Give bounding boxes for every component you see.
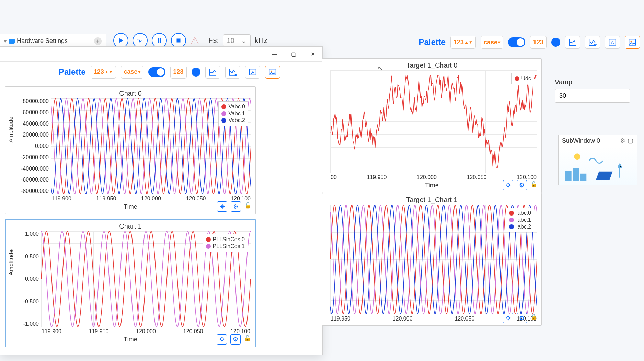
chart-settings-button[interactable]: ⚙ xyxy=(231,201,241,212)
popout-icon[interactable]: ▢ xyxy=(628,137,633,144)
plot-area[interactable]: Vabc.0Vabc.1Vabc.2 xyxy=(51,98,251,194)
x-ticks: 00119.950120.000120.050120.100 xyxy=(330,174,537,180)
svg-rect-1 xyxy=(160,38,161,43)
inspector-field-label: Vampl xyxy=(555,78,637,86)
chart-card-t1c0[interactable]: Target 1_Chart 0 Udc 00119.950120.000120… xyxy=(322,58,542,193)
tree-item-label: Hardware Settings xyxy=(17,37,68,45)
line-chart-icon[interactable] xyxy=(205,66,220,79)
legend-item[interactable]: Iabc.2 xyxy=(509,224,531,230)
window-maximize-button[interactable]: ▢ xyxy=(284,47,303,62)
svg-text:A: A xyxy=(251,70,254,75)
y-ticks xyxy=(326,205,330,314)
image-panel-icon[interactable] xyxy=(625,36,640,49)
number-format-button[interactable]: 123▲▼ xyxy=(91,66,116,79)
numeric-display-button[interactable]: 123 xyxy=(530,36,547,49)
legend-item[interactable]: Udc xyxy=(515,75,531,82)
pan-tool-button[interactable]: ✥ xyxy=(503,313,513,323)
y-ticks: 80000.00060000.00040000.00020000.0000.00… xyxy=(10,98,51,194)
x-axis-label: Time xyxy=(10,203,251,210)
chart-title: Target 1_Chart 1 xyxy=(326,196,537,204)
pan-tool-button[interactable]: ✥ xyxy=(217,334,227,345)
pan-tool-button[interactable]: ✥ xyxy=(503,180,513,190)
legend-item[interactable]: PLLSinCos.1 xyxy=(206,243,245,249)
y-ticks: 1.0000.5000.000-0.500-1.000 xyxy=(10,231,41,327)
fs-value: 10 xyxy=(227,37,234,45)
x-ticks: 119.900119.950120.000120.050120.100 xyxy=(41,328,251,335)
palette-bar-subwindow: Palette 123▲▼ case ▾ 123 x A xyxy=(0,62,322,82)
svg-point-12 xyxy=(271,70,272,72)
palette-toggle[interactable] xyxy=(148,67,165,77)
x-axis-label: Time xyxy=(10,336,251,343)
color-dot-icon[interactable] xyxy=(192,68,200,77)
lock-icon[interactable]: 🔓 xyxy=(530,181,539,190)
gear-icon[interactable]: ⚙ xyxy=(620,137,625,144)
line-chart-icon[interactable] xyxy=(565,36,580,49)
axis-xy-icon[interactable]: x xyxy=(585,36,600,49)
chart-settings-button[interactable]: ⚙ xyxy=(517,180,527,190)
text-annotation-icon[interactable]: A xyxy=(605,36,620,49)
palette-label: Palette xyxy=(59,67,86,77)
legend-item[interactable]: Vabc.2 xyxy=(221,117,245,124)
tree-item-hardware-settings[interactable]: ▾ Hardware Settings + xyxy=(0,34,106,48)
case-dropdown[interactable]: case ▾ xyxy=(481,36,503,49)
chart-settings-button[interactable]: ⚙ xyxy=(230,334,241,345)
plot-area[interactable]: Udc xyxy=(330,70,537,173)
main-area: Target 1_Chart 0 Udc 00119.950120.000120… xyxy=(322,58,641,361)
window-titlebar[interactable]: — ▢ ✕ xyxy=(0,47,322,62)
inspector-panel: Vampl xyxy=(555,78,637,103)
image-panel-icon[interactable] xyxy=(265,66,280,79)
legend-item[interactable]: Iabc.0 xyxy=(509,210,531,216)
axis-xy-icon[interactable]: x xyxy=(225,66,240,79)
wave-play-button[interactable] xyxy=(133,33,148,48)
legend-item[interactable]: Iabc.1 xyxy=(509,217,531,223)
legend: Udc xyxy=(511,73,534,84)
add-button[interactable]: + xyxy=(94,37,102,45)
chevron-down-icon: ▾ xyxy=(4,38,7,44)
numeric-display-button[interactable]: 123 xyxy=(170,66,187,79)
text-annotation-icon[interactable]: A xyxy=(245,66,260,79)
chart-card-chart0[interactable]: Chart 0 Amplitude 80000.00060000.0004000… xyxy=(5,86,256,214)
svg-rect-0 xyxy=(158,38,159,43)
plot-area[interactable]: Iabc.0Iabc.1Iabc.2 xyxy=(330,205,537,314)
svg-rect-11 xyxy=(269,69,276,75)
lock-icon[interactable]: 🔓 xyxy=(244,335,253,344)
fs-select[interactable]: 10 ⌄ xyxy=(223,34,251,47)
lock-icon[interactable]: 🔓 xyxy=(530,314,539,323)
case-dropdown[interactable]: case ▾ xyxy=(121,66,143,79)
window-close-button[interactable]: ✕ xyxy=(303,47,322,62)
subwindow-panel[interactable]: SubWindow 0 ⚙ ▢ xyxy=(558,135,637,185)
chart-settings-button[interactable]: ⚙ xyxy=(517,313,527,323)
legend-item[interactable]: Vabc.1 xyxy=(221,110,245,117)
pan-tool-button[interactable]: ✥ xyxy=(217,201,227,212)
plot-area[interactable]: PLLSinCos.0PLLSinCos.1 xyxy=(41,231,251,327)
chart-title: Chart 1 xyxy=(10,222,251,230)
pause-button[interactable] xyxy=(152,33,167,48)
color-dot-icon[interactable] xyxy=(551,38,560,47)
x-ticks: 119.900119.950120.000120.050120.100 xyxy=(51,196,251,202)
chart-card-chart1[interactable]: Chart 1 Amplitude 1.0000.5000.000-0.500-… xyxy=(5,219,256,347)
inspector-field-input[interactable] xyxy=(555,89,630,103)
legend: Vabc.0Vabc.1Vabc.2 xyxy=(218,101,248,126)
chart-title: Chart 0 xyxy=(10,90,251,97)
number-format-button[interactable]: 123▲▼ xyxy=(450,36,476,49)
stop-button[interactable] xyxy=(171,33,186,48)
window-minimize-button[interactable]: — xyxy=(265,47,284,62)
svg-text:x: x xyxy=(235,73,236,76)
legend-item[interactable]: PLLSinCos.0 xyxy=(206,236,245,243)
play-button[interactable] xyxy=(113,33,128,48)
svg-rect-17 xyxy=(596,172,612,180)
svg-text:A: A xyxy=(611,40,614,45)
legend-item[interactable]: Vabc.0 xyxy=(221,104,245,110)
warning-icon: ⚠ xyxy=(190,35,199,47)
chart-card-t1c1[interactable]: Target 1_Chart 1 Iabc.0Iabc.1Iabc.2 119.… xyxy=(322,193,542,326)
svg-rect-6 xyxy=(629,39,636,45)
lock-icon[interactable]: 🔓 xyxy=(244,202,253,211)
monitor-icon xyxy=(9,39,15,44)
svg-point-7 xyxy=(631,41,632,42)
svg-rect-14 xyxy=(565,171,572,181)
fs-label: Fs: xyxy=(208,36,219,45)
palette-bar-main: Palette 123▲▼ case ▾ 123 x A xyxy=(418,36,640,49)
subwindow-title: SubWindow 0 xyxy=(562,137,600,144)
palette-toggle[interactable] xyxy=(508,37,525,47)
legend: Iabc.0Iabc.1Iabc.2 xyxy=(506,208,534,232)
